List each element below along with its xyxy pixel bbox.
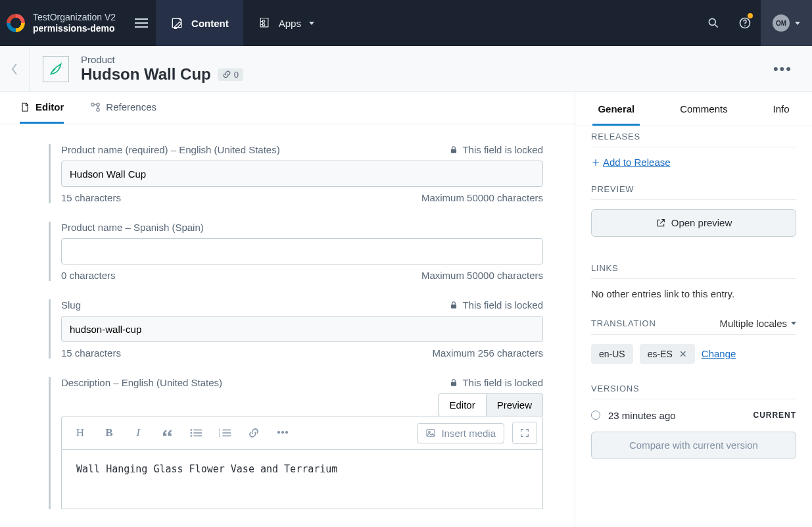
content-type-label: Product [81,54,243,65]
italic-button[interactable]: I [125,422,151,444]
back-button[interactable] [0,46,30,91]
svg-rect-6 [451,149,456,153]
richtext-toolbar: H B I 123 ••• [61,416,543,450]
search-button[interactable] [698,0,729,46]
space-name: permissions-demo [33,23,116,34]
field-product-name-en: Product name (required) – English (Unite… [49,144,543,203]
sidebar-tab-info[interactable]: Info [768,103,795,126]
field-description-en: Description – English (United States) Th… [49,377,543,509]
field-label: Slug [61,299,81,311]
link-button[interactable] [241,422,267,444]
external-link-icon [656,218,666,228]
tab-editor[interactable]: Editor [20,101,64,124]
field-label: Product name – Spanish (Spain) [61,222,204,233]
description-body[interactable]: Wall Hanging Glass Flower Vase and Terra… [61,450,543,509]
compare-version-button: Compare with current version [591,432,796,459]
link-icon [222,70,231,79]
insert-media-button[interactable]: Insert media [417,423,504,443]
more-format-button[interactable]: ••• [270,422,296,444]
chevron-down-icon [309,22,314,25]
links-empty-text: No other entries link to this entry. [591,288,796,299]
lock-message: This field is locked [449,377,543,388]
user-menu[interactable]: OM [761,0,812,46]
svg-rect-8 [451,382,456,386]
quote-button[interactable] [154,422,180,444]
help-icon [738,16,752,30]
remove-locale-es[interactable]: ✕ [679,349,687,359]
product-name-es-input[interactable] [61,238,543,264]
svg-point-10 [190,432,192,434]
preview-heading: PREVIEW [591,184,796,194]
nav-content[interactable]: Content [156,0,243,46]
entry-more-button[interactable]: ••• [753,61,812,78]
chevron-down-icon [795,22,800,25]
richtext-editor-tab[interactable]: Editor [438,393,486,416]
char-max: Maximum 50000 characters [421,270,543,281]
document-icon [20,102,30,113]
search-icon [707,16,720,30]
field-slug: Slug This field is locked 15 characters … [49,299,543,359]
svg-text:3: 3 [219,435,220,438]
lock-icon [449,301,458,310]
versions-heading: VERSIONS [591,384,796,393]
field-product-name-es: Product name – Spanish (Spain) 0 charact… [49,222,543,281]
incoming-links-chip[interactable]: 0 [218,68,243,81]
svg-rect-15 [427,430,435,437]
version-time: 23 minutes ago [608,410,676,421]
svg-point-11 [190,435,192,437]
translation-mode-select[interactable]: Multiple locales [719,318,796,329]
lock-message: This field is locked [449,299,543,311]
incoming-links-count: 0 [234,70,239,80]
help-button[interactable] [729,0,761,46]
open-preview-button[interactable]: Open preview [591,209,796,237]
svg-rect-5 [97,109,99,111]
fullscreen-button[interactable] [512,422,537,444]
nav-apps[interactable]: Apps [243,0,329,46]
references-icon [90,102,101,113]
version-row[interactable]: 23 minutes ago CURRENT [591,410,796,421]
chevron-left-icon [11,63,18,76]
heading-button[interactable]: H [67,422,93,444]
apps-icon [258,16,271,30]
char-count: 0 characters [61,270,116,281]
bold-button[interactable]: B [96,422,122,444]
char-max: Maximum 50000 characters [421,192,543,203]
releases-heading: RELEASES [591,132,796,141]
richtext-preview-tab[interactable]: Preview [487,393,543,416]
lock-icon [449,378,458,388]
org-name: TestOrganization V2 [33,12,116,23]
lock-message: This field is locked [449,144,543,155]
entry-title: Hudson Wall Cup [81,65,211,84]
link-icon [248,427,260,439]
nav-content-label: Content [191,18,229,29]
content-icon [170,16,183,30]
ol-button[interactable]: 123 [212,422,238,444]
add-to-release-button[interactable]: Add to Release [591,157,671,168]
char-count: 15 characters [61,347,121,359]
image-icon [425,428,436,438]
top-nav: TestOrganization V2 permissions-demo Con… [0,0,812,46]
svg-rect-7 [451,305,456,309]
brand-block[interactable]: TestOrganization V2 permissions-demo [0,0,126,46]
version-radio[interactable] [591,411,600,420]
slug-input[interactable] [61,316,543,342]
plus-icon [591,158,600,167]
sidebar-tab-general[interactable]: General [592,103,640,126]
tab-references[interactable]: References [90,101,156,124]
product-name-en-input[interactable] [61,161,543,187]
hamburger-icon[interactable] [126,0,156,46]
avatar: OM [773,14,790,32]
quote-icon [161,428,173,438]
char-max: Maximum 256 characters [433,347,543,359]
expand-icon [519,428,530,438]
sidebar-tab-comments[interactable]: Comments [675,103,733,126]
svg-point-2 [744,25,746,26]
ul-button[interactable] [183,422,209,444]
editor-tabs: Editor References [0,92,575,124]
svg-point-9 [190,429,192,431]
change-locales-button[interactable]: Change [702,348,736,359]
char-count: 15 characters [61,192,121,203]
sidebar-tabs: General Comments Info [575,92,812,126]
notification-dot-icon [748,13,753,18]
content-type-icon [43,56,69,82]
